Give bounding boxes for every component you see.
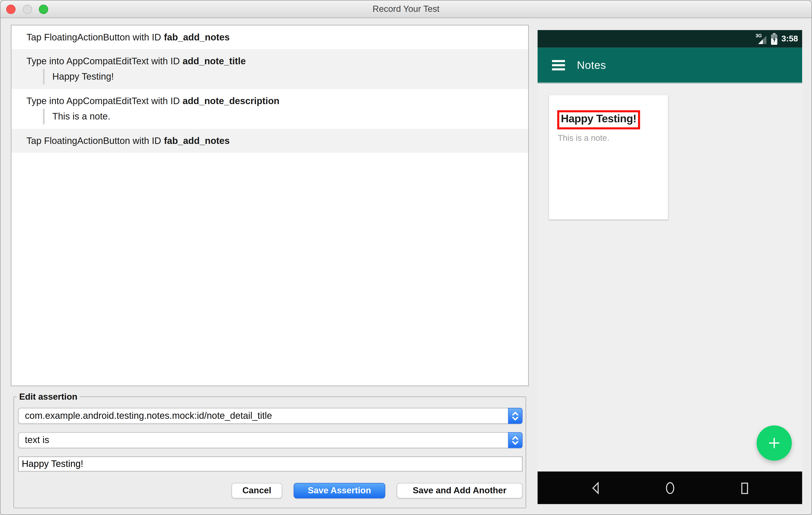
home-button-icon: [665, 481, 675, 495]
action-row-type-description[interactable]: Type into AppCompatEditText with ID add_…: [11, 89, 528, 129]
svg-text:3G: 3G: [756, 33, 762, 38]
action-row-tap-fab-2[interactable]: Tap FloatingActionButton with ID fab_add…: [11, 129, 528, 153]
action-text: Tap FloatingActionButton with ID: [26, 32, 161, 42]
note-description[interactable]: This is a note.: [558, 133, 609, 143]
device-app-bar: Notes: [538, 48, 802, 83]
window-titlebar[interactable]: Record Your Test: [1, 1, 812, 18]
action-target-id: fab_add_notes: [164, 135, 230, 146]
action-target-id: add_note_description: [182, 95, 279, 106]
typed-value: Happy Testing!: [52, 71, 114, 82]
device-status-bar: 3G 3:58: [538, 30, 802, 48]
save-and-add-another-button[interactable]: Save and Add Another: [397, 483, 523, 498]
app-bar-title: Notes: [577, 59, 606, 71]
cancel-button[interactable]: Cancel: [231, 483, 282, 498]
typed-value-line: This is a note.: [43, 109, 528, 124]
note-title[interactable]: Happy Testing!: [561, 112, 636, 124]
assertion-condition-select[interactable]: text is: [18, 432, 523, 448]
recorded-actions-list[interactable]: Tap FloatingActionButton with ID fab_add…: [11, 25, 529, 386]
assertion-element-value: com.example.android.testing.notes.mock:i…: [25, 408, 272, 423]
device-content: Happy Testing! This is a note.: [538, 83, 802, 472]
action-target-id: fab_add_notes: [164, 32, 230, 42]
edit-assertion-group: Edit assertion com.example.android.testi…: [13, 396, 526, 508]
action-row-type-title[interactable]: Type into AppCompatEditText with ID add_…: [11, 49, 528, 89]
screen: Record Your Test Tap FloatingActionButto…: [0, 0, 812, 515]
action-text: Tap FloatingActionButton with ID: [26, 135, 161, 146]
record-your-test-window: Record Your Test Tap FloatingActionButto…: [0, 0, 812, 515]
menu-icon: [552, 60, 565, 70]
battery-charging-icon: [771, 33, 778, 45]
window-title: Record Your Test: [373, 4, 439, 14]
edit-assertion-legend: Edit assertion: [17, 392, 80, 402]
action-text: Type into AppCompatEditText with ID: [26, 95, 180, 106]
typed-value-line: Happy Testing!: [43, 69, 528, 84]
chevron-up-down-icon[interactable]: [508, 408, 523, 424]
close-window-button[interactable]: [6, 5, 16, 14]
action-row-tap-fab-1[interactable]: Tap FloatingActionButton with ID fab_add…: [11, 25, 528, 49]
note-card[interactable]: Happy Testing! This is a note.: [549, 95, 668, 219]
zoom-window-button[interactable]: [39, 5, 48, 14]
chevron-up-down-icon[interactable]: [508, 432, 523, 448]
add-note-fab[interactable]: [757, 425, 792, 461]
save-assertion-button[interactable]: Save Assertion: [294, 483, 385, 498]
action-text: Type into AppCompatEditText with ID: [26, 56, 180, 66]
assertion-value-input[interactable]: [18, 456, 523, 472]
assertion-element-select[interactable]: com.example.android.testing.notes.mock:i…: [18, 408, 523, 424]
device-nav-bar: [538, 472, 802, 504]
signal-3g-icon: 3G: [756, 33, 767, 44]
status-time: 3:58: [781, 34, 798, 43]
plus-icon: [766, 435, 782, 451]
typed-value: This is a note.: [52, 111, 110, 122]
device-screenshot[interactable]: 3G 3:58 Notes Happy: [538, 30, 802, 504]
action-target-id: add_note_title: [182, 56, 245, 66]
minimize-window-button[interactable]: [23, 5, 32, 14]
assertion-highlight-box: Happy Testing!: [557, 110, 640, 129]
recents-button-icon: [741, 482, 749, 495]
back-button-icon: [591, 481, 600, 495]
assertion-condition-value: text is: [25, 433, 49, 448]
